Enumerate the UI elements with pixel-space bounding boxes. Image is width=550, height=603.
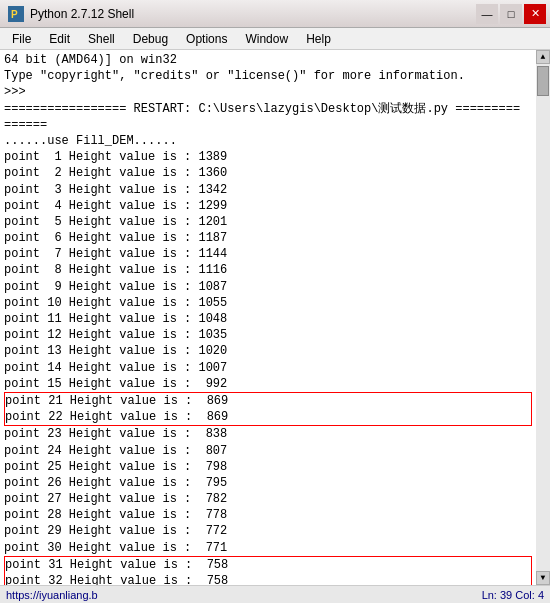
shell-line: point 3 Height value is : 1342	[4, 182, 546, 198]
shell-line: point 2 Height value is : 1360	[4, 165, 546, 181]
minimize-button[interactable]: —	[476, 4, 498, 24]
shell-line: point 10 Height value is : 1055	[4, 295, 546, 311]
shell-line: ......use Fill_DEM......	[4, 133, 546, 149]
close-button[interactable]: ✕	[524, 4, 546, 24]
title-bar-left: P Python 2.7.12 Shell	[8, 6, 134, 22]
status-url: https://iyuanliang.b	[6, 589, 98, 601]
title-buttons: — □ ✕	[476, 4, 546, 24]
shell-line: point 11 Height value is : 1048	[4, 311, 546, 327]
window-title: Python 2.7.12 Shell	[30, 7, 134, 21]
menu-item-options[interactable]: Options	[178, 30, 235, 48]
shell-content[interactable]: 64 bit (AMD64)] on win32 Type "copyright…	[0, 50, 550, 585]
shell-line: point 5 Height value is : 1201	[4, 214, 546, 230]
cursor-position: Ln: 39 Col: 4	[482, 589, 544, 601]
shell-line: Type "copyright", "credits" or "license(…	[4, 68, 546, 84]
menu-item-debug[interactable]: Debug	[125, 30, 176, 48]
svg-text:P: P	[11, 9, 18, 20]
shell-line-highlighted: point 22 Height value is : 869	[5, 409, 531, 425]
shell-line-highlighted: point 31 Height value is : 758	[5, 557, 531, 573]
menu-item-shell[interactable]: Shell	[80, 30, 123, 48]
scrollbar[interactable]: ▲ ▼	[536, 50, 550, 585]
shell-line: point 25 Height value is : 798	[4, 459, 546, 475]
shell-line: point 30 Height value is : 771	[4, 540, 546, 556]
title-bar: P Python 2.7.12 Shell — □ ✕	[0, 0, 550, 28]
shell-line: point 14 Height value is : 1007	[4, 360, 546, 376]
menu-item-window[interactable]: Window	[237, 30, 296, 48]
shell-line: point 26 Height value is : 795	[4, 475, 546, 491]
shell-line: ================= RESTART: C:\Users\lazy…	[4, 101, 546, 117]
scroll-down-button[interactable]: ▼	[536, 571, 550, 585]
shell-line: point 6 Height value is : 1187	[4, 230, 546, 246]
shell-line: point 13 Height value is : 1020	[4, 343, 546, 359]
shell-line: >>>	[4, 84, 546, 100]
highlighted-block-2: point 31 Height value is : 758 point 32 …	[4, 556, 532, 585]
shell-line: 64 bit (AMD64)] on win32	[4, 52, 546, 68]
shell-line: point 15 Height value is : 992	[4, 376, 546, 392]
app-icon: P	[8, 6, 24, 22]
status-bar: https://iyuanliang.b Ln: 39 Col: 4	[0, 585, 550, 603]
shell-line: point 9 Height value is : 1087	[4, 279, 546, 295]
menu-item-edit[interactable]: Edit	[41, 30, 78, 48]
maximize-button[interactable]: □	[500, 4, 522, 24]
shell-line-highlighted: point 21 Height value is : 869	[5, 393, 531, 409]
shell-line: point 1 Height value is : 1389	[4, 149, 546, 165]
shell-line: point 7 Height value is : 1144	[4, 246, 546, 262]
menu-item-help[interactable]: Help	[298, 30, 339, 48]
scroll-up-button[interactable]: ▲	[536, 50, 550, 64]
shell-line: point 4 Height value is : 1299	[4, 198, 546, 214]
scroll-thumb[interactable]	[537, 66, 549, 96]
shell-line: point 12 Height value is : 1035	[4, 327, 546, 343]
highlighted-block-1: point 21 Height value is : 869 point 22 …	[4, 392, 532, 426]
shell-line: point 27 Height value is : 782	[4, 491, 546, 507]
menu-bar: FileEditShellDebugOptionsWindowHelp	[0, 28, 550, 50]
menu-item-file[interactable]: File	[4, 30, 39, 48]
shell-line: point 23 Height value is : 838	[4, 426, 546, 442]
shell-line: point 24 Height value is : 807	[4, 443, 546, 459]
shell-line: point 29 Height value is : 772	[4, 523, 546, 539]
shell-line: point 8 Height value is : 1116	[4, 262, 546, 278]
shell-container: 64 bit (AMD64)] on win32 Type "copyright…	[0, 50, 550, 603]
shell-line: point 28 Height value is : 778	[4, 507, 546, 523]
shell-line-highlighted: point 32 Height value is : 758	[5, 573, 531, 585]
shell-line: ======	[4, 117, 546, 133]
